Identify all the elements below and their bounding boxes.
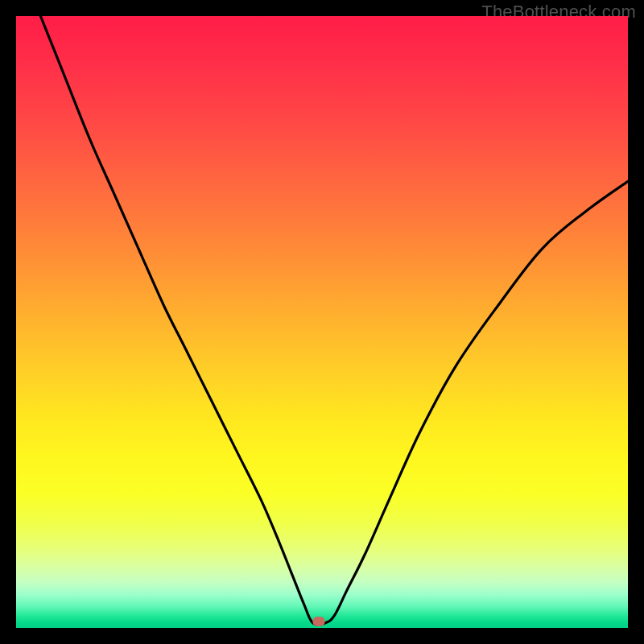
chart-stage: TheBottleneck.com <box>0 0 644 644</box>
bottleneck-curve <box>16 16 628 628</box>
plot-area <box>16 16 628 628</box>
optimal-point-marker <box>313 617 325 626</box>
